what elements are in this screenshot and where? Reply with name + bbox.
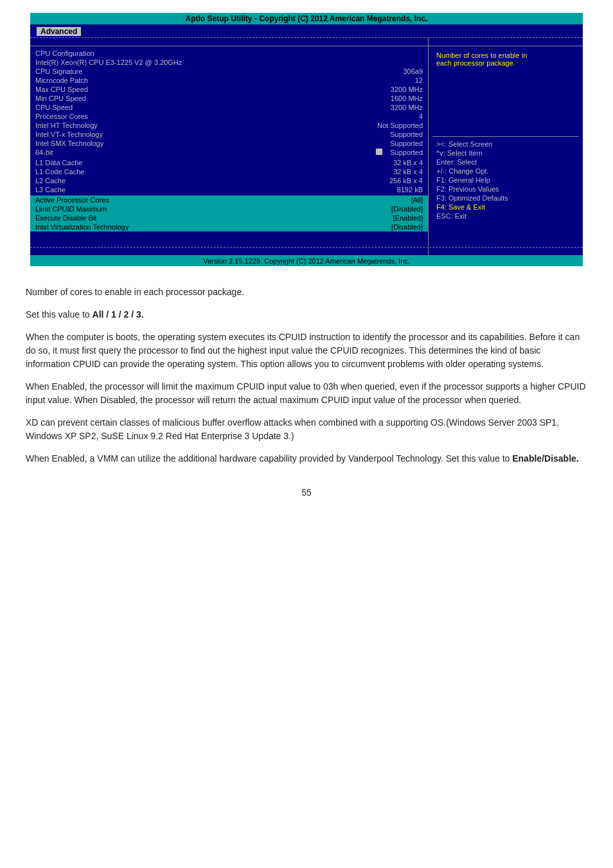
- nav-f1-help: F1: General Help: [436, 176, 575, 185]
- l3-cache-row: L3 Cache 8192 kB: [30, 185, 428, 194]
- l1-code-cache-row: L1 Code Cache 32 kB x 4: [30, 167, 428, 176]
- bios-left-panel: CPU Configuration Intel(R) Xeon(R) CPU E…: [30, 46, 429, 247]
- cpu-signature-row: CPU Signature 306a9: [30, 67, 428, 76]
- microcode-patch-row: Microcode Patch 12: [30, 76, 428, 85]
- active-processor-cores-row[interactable]: Active Processor Cores [All]: [30, 195, 428, 204]
- 64bit-row: 64-bit Supported: [30, 148, 428, 157]
- nav-select-screen: ><: Select Screen: [436, 140, 575, 149]
- min-cpu-speed-row: Min CPU Speed 1600 MHz: [30, 94, 428, 103]
- cpu-config-title: CPU Configuration: [30, 49, 428, 58]
- nav-f4-save: F4: Save & Exit: [436, 203, 575, 212]
- page-number: 55: [0, 481, 613, 511]
- ht-technology-row: Intel HT Technology Not Supported: [30, 121, 428, 130]
- bios-header: Aptio Setup Utility - Copyright (C) 2012…: [30, 13, 583, 24]
- nav-enter-select: Enter: Select: [436, 158, 575, 167]
- nav-change-opt: +/-: Change Opt.: [436, 167, 575, 176]
- processor-cores-row: Processor Cores 4: [30, 112, 428, 121]
- nav-select-item: ^v: Select Item: [436, 149, 575, 158]
- cores-desc-line2: Set this value to All / 1 / 2 / 3.: [26, 308, 587, 321]
- bios-footer: Version 2.15.1229. Copyright (C) 2012 Am…: [30, 255, 583, 266]
- bios-right-panel: Number of cores to enable in each proces…: [429, 46, 583, 247]
- smx-technology-row: Intel SMX Technology Supported: [30, 139, 428, 148]
- nav-f3-defaults: F3: Optimized Defaults: [436, 194, 575, 203]
- vmm-desc-paragraph: When Enabled, a VMM can utilize the addi…: [26, 452, 587, 466]
- nav-esc-exit: ESC: Exit: [436, 212, 575, 221]
- cpu-model-row: Intel(R) Xeon(R) CPU E3-1225 V2 @ 3.20GH…: [30, 58, 428, 67]
- cpuid-desc-paragraph1: When the computer is boots, the operatin…: [26, 330, 587, 371]
- nav-f2-prev: F2: Previous Values: [436, 185, 575, 194]
- cpuid-desc-paragraph2: When Enabled, the processor will limit t…: [26, 380, 587, 407]
- bios-screen: Aptio Setup Utility - Copyright (C) 2012…: [30, 13, 583, 266]
- bios-body: CPU Configuration Intel(R) Xeon(R) CPU E…: [30, 46, 583, 247]
- vtx-technology-row: Intel VT-x Technology Supported: [30, 130, 428, 139]
- l1-data-cache-row: L1 Data Cache 32 kB x 4: [30, 158, 428, 167]
- nav-keys: ><: Select Screen ^v: Select Item Enter:…: [432, 140, 579, 221]
- xd-desc-paragraph: XD can prevent certain classes of malici…: [26, 416, 587, 443]
- description-section: Number of cores to enable in each proces…: [0, 279, 613, 481]
- bios-tab-row: Advanced: [30, 24, 583, 37]
- cpu-speed-row: CPU Speed 3200 MHz: [30, 103, 428, 112]
- limit-cpuid-row[interactable]: Limit CPUID Maximum [Disabled]: [30, 204, 428, 213]
- help-text: Number of cores to enable in each proces…: [432, 49, 579, 69]
- l2-cache-row: L2 Cache 256 kB x 4: [30, 176, 428, 185]
- intel-virt-tech-row[interactable]: Intel Virtualization Technology [Disable…: [30, 222, 428, 231]
- advanced-tab[interactable]: Advanced: [37, 27, 81, 36]
- execute-disable-row[interactable]: Execute Disable Bit [Enabled]: [30, 213, 428, 222]
- cores-desc-line1: Number of cores to enable in each proces…: [26, 285, 587, 299]
- max-cpu-speed-row: Max CPU Speed 3200 MHz: [30, 85, 428, 94]
